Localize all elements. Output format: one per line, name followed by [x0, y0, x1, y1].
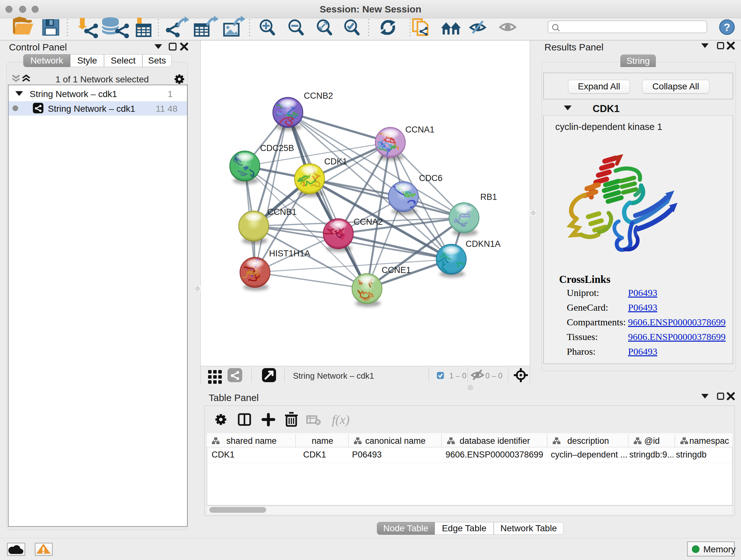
- svg-text:RB1: RB1: [480, 192, 497, 202]
- svg-text:CCNB1: CCNB1: [267, 207, 297, 217]
- svg-text:CCNB2: CCNB2: [304, 91, 333, 101]
- svg-text:CDC25B: CDC25B: [260, 143, 294, 153]
- svg-text:HIST1H1A: HIST1H1A: [269, 249, 310, 258]
- svg-text:CDC6: CDC6: [419, 173, 443, 183]
- svg-text:CCNE1: CCNE1: [382, 265, 411, 275]
- svg-text:CCNA1: CCNA1: [405, 125, 434, 134]
- svg-text:CDKN1A: CDKN1A: [466, 239, 501, 249]
- svg-text:CCNA2: CCNA2: [354, 217, 383, 227]
- svg-text:CDK1: CDK1: [324, 157, 347, 166]
